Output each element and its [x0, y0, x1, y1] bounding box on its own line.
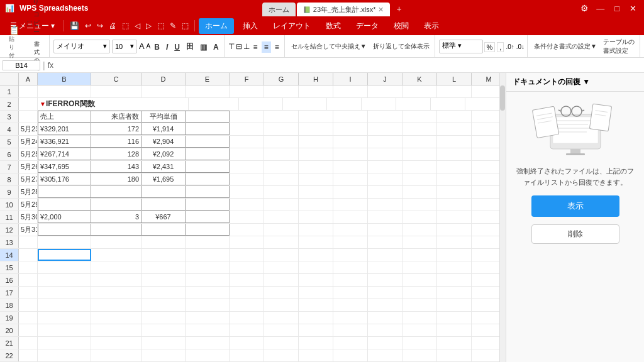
- list-item[interactable]: [91, 337, 142, 349]
- list-item[interactable]: [299, 287, 333, 299]
- list-item[interactable]: [91, 249, 142, 261]
- list-item[interactable]: [402, 136, 437, 148]
- list-item[interactable]: 143: [91, 161, 142, 173]
- tab-file[interactable]: 📗 23年_売上集計.xlsx* ✕: [297, 3, 391, 16]
- col-header-h[interactable]: H: [299, 73, 333, 85]
- row-header[interactable]: 17: [0, 287, 19, 299]
- list-item[interactable]: 5月31日: [19, 224, 38, 236]
- list-item[interactable]: [264, 123, 299, 135]
- align-center-button[interactable]: ≡: [262, 41, 271, 53]
- list-item[interactable]: [91, 349, 142, 361]
- list-item[interactable]: [333, 173, 368, 185]
- list-item[interactable]: [19, 111, 38, 123]
- list-item[interactable]: [186, 274, 230, 286]
- prev-icon[interactable]: ◁: [133, 20, 142, 31]
- list-item[interactable]: [230, 186, 264, 198]
- list-item[interactable]: [368, 136, 402, 148]
- list-item[interactable]: [19, 312, 38, 324]
- col-header-k[interactable]: K: [402, 73, 437, 85]
- list-item[interactable]: [402, 224, 437, 236]
- underline-button[interactable]: U: [172, 41, 182, 53]
- list-item[interactable]: [437, 312, 472, 324]
- list-item[interactable]: [299, 236, 333, 248]
- list-item[interactable]: [142, 274, 186, 286]
- percent-button[interactable]: %: [484, 42, 496, 52]
- list-item[interactable]: [186, 123, 230, 135]
- list-item[interactable]: 3: [91, 211, 142, 223]
- list-item[interactable]: [299, 324, 333, 336]
- list-item[interactable]: [38, 299, 91, 311]
- list-item[interactable]: [186, 312, 230, 324]
- list-item[interactable]: [299, 173, 333, 185]
- list-item[interactable]: [230, 136, 264, 148]
- font-color-button[interactable]: A: [211, 41, 221, 53]
- list-item[interactable]: [299, 123, 333, 135]
- border-button[interactable]: 田: [184, 40, 196, 53]
- col-header-c[interactable]: C: [91, 73, 142, 85]
- list-item[interactable]: [333, 186, 368, 198]
- list-item[interactable]: [333, 324, 368, 336]
- list-item[interactable]: [362, 98, 396, 110]
- row-header[interactable]: 12: [0, 224, 19, 236]
- tab-add-button[interactable]: +: [391, 1, 406, 16]
- list-item[interactable]: [142, 261, 186, 273]
- list-item[interactable]: [91, 186, 142, 198]
- row-header[interactable]: 14: [0, 249, 19, 261]
- list-item[interactable]: [299, 312, 333, 324]
- formula-input[interactable]: [56, 61, 641, 70]
- list-item[interactable]: [333, 274, 368, 286]
- list-item[interactable]: [142, 312, 186, 324]
- list-item[interactable]: [437, 299, 472, 311]
- list-item[interactable]: [230, 123, 264, 135]
- more-icon[interactable]: ⬚: [155, 20, 166, 31]
- list-item[interactable]: [19, 324, 38, 336]
- list-item[interactable]: [142, 249, 186, 261]
- list-item[interactable]: [333, 224, 368, 236]
- number-format-selector[interactable]: 標準 ▾: [439, 40, 483, 53]
- list-item[interactable]: [299, 161, 333, 173]
- list-item[interactable]: [264, 236, 299, 248]
- align-left-button[interactable]: ≡: [251, 41, 260, 53]
- row-header[interactable]: 4: [0, 123, 19, 135]
- decimal-inc-button[interactable]: .0↑: [506, 43, 514, 50]
- col-header-i[interactable]: I: [333, 73, 368, 85]
- list-item[interactable]: ¥667: [142, 211, 186, 223]
- font-size-dec-icon[interactable]: A: [147, 43, 151, 50]
- list-item[interactable]: [186, 324, 230, 336]
- list-item[interactable]: [264, 287, 299, 299]
- ribbon-tab-insert[interactable]: 挿入: [236, 18, 264, 34]
- list-item[interactable]: [437, 161, 472, 173]
- ribbon-tab-home[interactable]: ホーム: [199, 18, 234, 34]
- list-item[interactable]: [91, 274, 142, 286]
- list-item[interactable]: [38, 324, 91, 336]
- list-item[interactable]: [230, 274, 264, 286]
- vertical-scrollbar[interactable]: [499, 73, 506, 362]
- list-item[interactable]: [368, 261, 402, 273]
- list-item[interactable]: [264, 312, 299, 324]
- list-item[interactable]: [437, 349, 472, 361]
- col-header-j[interactable]: J: [368, 73, 402, 85]
- list-item[interactable]: [230, 224, 264, 236]
- list-item[interactable]: [186, 349, 230, 361]
- list-item[interactable]: ¥305,176: [38, 173, 91, 185]
- list-item[interactable]: [264, 249, 299, 261]
- list-item[interactable]: [38, 349, 91, 361]
- list-item[interactable]: [299, 211, 333, 223]
- list-item[interactable]: [230, 261, 264, 273]
- list-item[interactable]: [142, 337, 186, 349]
- list-item[interactable]: [299, 136, 333, 148]
- list-item[interactable]: [402, 211, 437, 223]
- merge-button[interactable]: セルを結合して中央揃え▼: [289, 41, 369, 52]
- list-item[interactable]: [368, 224, 402, 236]
- list-item[interactable]: [19, 337, 38, 349]
- list-item[interactable]: [437, 136, 472, 148]
- italic-button[interactable]: I: [164, 41, 170, 53]
- list-item[interactable]: [19, 98, 38, 110]
- list-item[interactable]: [437, 224, 472, 236]
- list-item[interactable]: [230, 349, 264, 361]
- list-item[interactable]: 5月30日: [19, 211, 38, 223]
- list-item[interactable]: [186, 299, 230, 311]
- list-item[interactable]: [368, 249, 402, 261]
- list-item[interactable]: ¥2,000: [38, 211, 91, 223]
- row-header[interactable]: 8: [0, 173, 19, 185]
